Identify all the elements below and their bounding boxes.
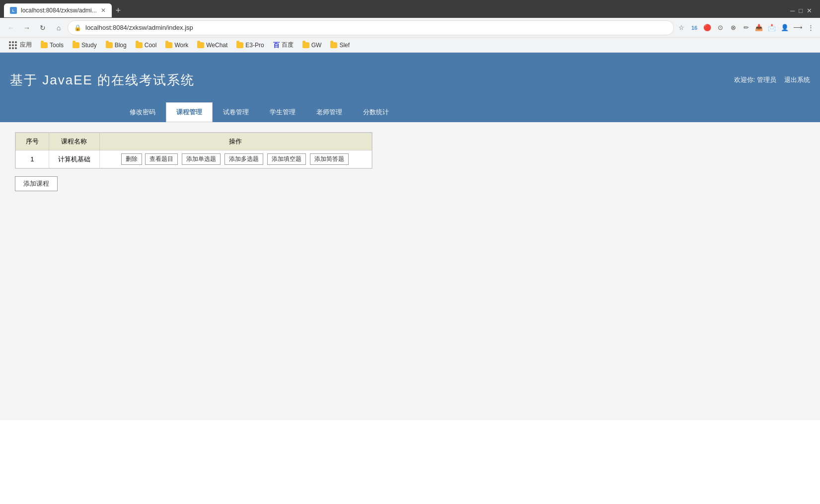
row-actions: 删除 查看题目 添加单选题 添加多选题 添加填空题 添加简答题 [99, 150, 372, 168]
bookmark-e3pro-label: E3-Pro [245, 42, 264, 49]
bookmark-cool-label: Cool [145, 42, 157, 49]
course-table-container: 序号 课程名称 操作 1 计算机基础 删除 查看题目 添加单选题 [15, 132, 373, 169]
new-tab-button[interactable]: + [112, 5, 125, 16]
add-short-answer-button[interactable]: 添加简答题 [310, 153, 349, 165]
row-id: 1 [16, 150, 49, 168]
apps-label: 应用 [20, 41, 32, 49]
folder-icon [41, 42, 48, 48]
nav-change-password[interactable]: 修改密码 [119, 102, 166, 122]
nav-menu: 修改密码 课程管理 试卷管理 学生管理 老师管理 分数统计 [0, 102, 820, 122]
browser-chrome: L localhost:8084/zxksw/admi... ✕ + ─ □ ✕… [0, 0, 820, 53]
star-icon[interactable]: ☆ [676, 22, 687, 33]
table-row: 1 计算机基础 删除 查看题目 添加单选题 添加多选题 添加填空题 添加简答题 [16, 150, 372, 168]
col-header-actions: 操作 [99, 133, 372, 150]
page-content: 基于 JavaEE 的在线考试系统 欢迎你: 管理员 退出系统 修改密码 课程管… [0, 53, 820, 420]
bookmark-baidu[interactable]: 百 百度 [269, 39, 298, 51]
tab-close-button[interactable]: ✕ [101, 7, 106, 14]
view-questions-button[interactable]: 查看题目 [145, 153, 178, 165]
bookmark-tools-label: Tools [50, 42, 64, 49]
baidu-icon: 百 [273, 41, 280, 50]
tab-bar: L localhost:8084/zxksw/admi... ✕ + ─ □ ✕ [0, 0, 820, 18]
bookmark-wechat[interactable]: WeChat [193, 40, 231, 50]
add-single-choice-button[interactable]: 添加单选题 [182, 153, 221, 165]
logout-link[interactable]: 退出系统 [784, 75, 810, 84]
bookmark-e3pro[interactable]: E3-Pro [232, 40, 268, 50]
col-header-id: 序号 [16, 133, 49, 150]
page-title: 基于 JavaEE 的在线考试系统 [10, 72, 195, 89]
nav-score-statistics[interactable]: 分数统计 [353, 102, 399, 122]
browser-tab[interactable]: L localhost:8084/zxksw/admi... ✕ [4, 3, 112, 17]
addon4-icon[interactable]: ✏ [741, 22, 751, 33]
addon7-icon[interactable]: 👤 [779, 22, 790, 33]
addon2-icon[interactable]: ⊙ [715, 22, 726, 33]
col-header-name: 课程名称 [49, 133, 99, 150]
operations-cell: 删除 查看题目 添加单选题 添加多选题 添加填空题 添加简答题 [106, 153, 366, 165]
menu-icon[interactable]: ⋮ [805, 22, 816, 33]
bookmark-blog[interactable]: Blog [102, 40, 131, 50]
url-display: localhost:8084/zxksw/admin/index.jsp [85, 24, 668, 31]
nav-exam-management[interactable]: 试卷管理 [213, 102, 259, 122]
bookmark-study-label: Study [81, 42, 97, 49]
close-window-button[interactable]: ✕ [807, 7, 812, 14]
apps-button[interactable]: 应用 [4, 39, 36, 52]
nav-actions: ☆ 16 🔴 ⊙ ⊗ ✏ 📥 📩 👤 ⟶ ⋮ [676, 22, 816, 33]
welcome-text: 欢迎你: 管理员 [734, 75, 776, 84]
delete-button[interactable]: 删除 [121, 153, 142, 165]
minimize-button[interactable]: ─ [790, 7, 795, 14]
apps-grid-icon [8, 40, 18, 50]
user-info: 欢迎你: 管理员 退出系统 [734, 75, 810, 84]
bookmark-study[interactable]: Study [69, 40, 101, 50]
folder-icon [73, 42, 79, 48]
tab-title: localhost:8084/zxksw/admi... [21, 7, 97, 14]
nav-student-management[interactable]: 学生管理 [259, 102, 306, 122]
reload-button[interactable]: ↻ [36, 21, 50, 35]
bookmark-baidu-label: 百度 [282, 41, 294, 49]
addon1-icon[interactable]: 🔴 [702, 22, 713, 33]
course-table: 序号 课程名称 操作 1 计算机基础 删除 查看题目 添加单选题 [15, 133, 372, 168]
nav-bar: ← → ↻ ⌂ 🔒 localhost:8084/zxksw/admin/ind… [0, 18, 820, 38]
bookmark-slef[interactable]: Slef [326, 40, 354, 50]
folder-icon [197, 42, 204, 48]
bookmark-tools[interactable]: Tools [37, 40, 68, 50]
main-content: 序号 课程名称 操作 1 计算机基础 删除 查看题目 添加单选题 [0, 122, 820, 420]
add-fill-blank-button[interactable]: 添加填空题 [267, 153, 306, 165]
home-button[interactable]: ⌂ [52, 21, 66, 35]
folder-icon [165, 42, 172, 48]
header-banner: 基于 JavaEE 的在线考试系统 欢迎你: 管理员 退出系统 [0, 53, 820, 102]
bookmark-gw-label: GW [311, 42, 322, 49]
back-button[interactable]: ← [4, 21, 18, 35]
folder-icon [136, 42, 143, 48]
maximize-button[interactable]: □ [799, 7, 803, 14]
bookmark-gw[interactable]: GW [298, 40, 326, 50]
addon6-icon[interactable]: 📩 [766, 22, 777, 33]
bookmarks-bar: 应用 Tools Study Blog Cool Work WeChat E [0, 38, 820, 53]
addon8-icon[interactable]: ⟶ [792, 22, 803, 33]
addon3-icon[interactable]: ⊗ [728, 22, 739, 33]
row-course-name: 计算机基础 [49, 150, 99, 168]
folder-icon [106, 42, 113, 48]
forward-button[interactable]: → [20, 21, 34, 35]
bookmark-slef-label: Slef [339, 42, 350, 49]
bookmark-wechat-label: WeChat [206, 42, 227, 49]
add-multiple-choice-button[interactable]: 添加多选题 [224, 153, 263, 165]
nav-course-management[interactable]: 课程管理 [166, 102, 213, 122]
address-bar[interactable]: 🔒 localhost:8084/zxksw/admin/index.jsp [68, 20, 674, 35]
nav-teacher-management[interactable]: 老师管理 [306, 102, 353, 122]
extensions-icon[interactable]: 16 [689, 22, 700, 33]
security-icon: 🔒 [74, 24, 81, 31]
addon5-icon[interactable]: 📥 [753, 22, 764, 33]
tab-favicon: L [10, 7, 17, 14]
folder-icon [236, 42, 243, 48]
add-course-button[interactable]: 添加课程 [15, 176, 58, 191]
bookmark-work[interactable]: Work [161, 40, 192, 50]
folder-icon [302, 42, 309, 48]
bookmark-work-label: Work [174, 42, 188, 49]
bookmark-cool[interactable]: Cool [132, 40, 161, 50]
folder-icon [330, 42, 337, 48]
bookmark-blog-label: Blog [115, 42, 127, 49]
